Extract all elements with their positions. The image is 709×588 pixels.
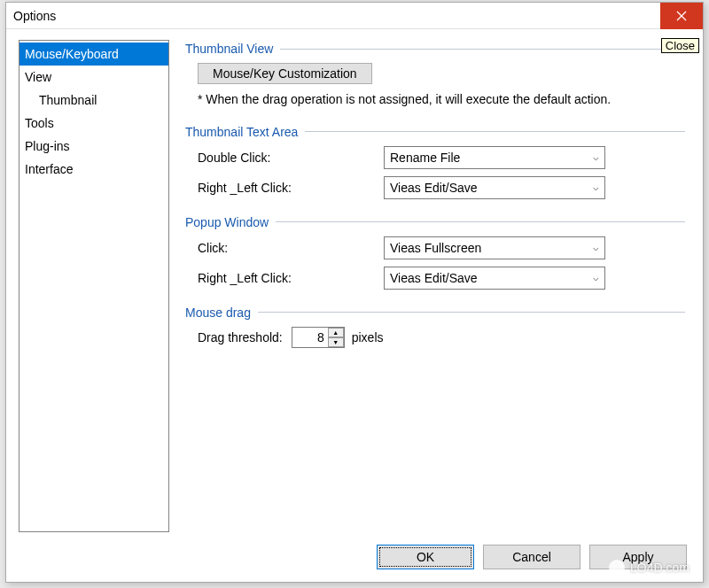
label-right-left-click: Right _Left Click: (198, 181, 384, 195)
spinner-up[interactable]: ▲ (328, 328, 344, 337)
section-header-mouse-drag: Mouse drag (185, 306, 685, 320)
label-drag-threshold: Drag threshold: (198, 330, 283, 344)
sidebar-item-view[interactable]: View (19, 66, 168, 89)
row-click: Click: Vieas Fullscreen ⌵ (198, 236, 685, 259)
drag-note: * When the drag operation is not assigne… (198, 91, 685, 109)
chevron-down-icon: ⌵ (593, 182, 599, 193)
close-tooltip: Close (661, 38, 699, 53)
cancel-button[interactable]: Cancel (483, 545, 580, 569)
spinner-buttons: ▲ ▼ (328, 328, 344, 347)
threshold-input[interactable] (292, 328, 328, 347)
section-mouse-drag: Mouse drag Drag threshold: ▲ ▼ pixels (185, 306, 685, 348)
combo-double-click[interactable]: Rename File ⌵ (384, 146, 605, 169)
combo-value: Rename File (390, 151, 460, 165)
content-panel: Thumbnail View Mouse/Key Customization *… (185, 40, 690, 536)
dialog-footer: OK Cancel Apply (6, 536, 703, 582)
spinner-down[interactable]: ▼ (328, 337, 344, 347)
close-button[interactable] (660, 3, 703, 29)
sidebar-item-mouse-keyboard[interactable]: Mouse/Keyboard (19, 43, 168, 66)
apply-button[interactable]: Apply (589, 545, 687, 569)
sidebar-item-thumbnail[interactable]: Thumbnail (19, 89, 168, 112)
section-thumbnail-view: Thumbnail View Mouse/Key Customization *… (185, 42, 685, 109)
chevron-down-icon: ⌵ (593, 242, 599, 253)
threshold-spinner: ▲ ▼ (292, 327, 345, 348)
titlebar: Options (6, 3, 703, 29)
section-thumbnail-text-area: Thumbnail Text Area Double Click: Rename… (185, 125, 685, 199)
combo-right-left-click-2[interactable]: Vieas Edit/Save ⌵ (384, 267, 605, 290)
combo-value: Vieas Edit/Save (390, 271, 478, 285)
section-title: Thumbnail View (185, 42, 273, 56)
divider (305, 131, 685, 132)
section-popup-window: Popup Window Click: Vieas Fullscreen ⌵ R… (185, 215, 685, 290)
threshold-suffix: pixels (352, 330, 384, 344)
label-click: Click: (198, 241, 384, 255)
section-title: Popup Window (185, 215, 269, 229)
label-right-left-click: Right _Left Click: (198, 271, 384, 285)
sidebar-item-tools[interactable]: Tools (19, 112, 168, 135)
chevron-down-icon: ⌵ (593, 151, 599, 163)
divider (258, 312, 685, 313)
options-dialog: Options Close Mouse/Keyboard View Thumbn… (5, 2, 704, 583)
mouse-key-customization-button[interactable]: Mouse/Key Customization (198, 63, 372, 84)
close-icon (676, 11, 687, 21)
combo-click[interactable]: Vieas Fullscreen ⌵ (384, 236, 605, 259)
divider (276, 221, 685, 222)
row-right-left-click-2: Right _Left Click: Vieas Edit/Save ⌵ (198, 267, 685, 290)
section-title: Thumbnail Text Area (185, 125, 298, 139)
ok-button[interactable]: OK (377, 545, 474, 569)
sidebar-item-plugins[interactable]: Plug-ins (19, 135, 168, 158)
row-double-click: Double Click: Rename File ⌵ (198, 146, 685, 169)
section-header-thumbnail-text-area: Thumbnail Text Area (185, 125, 685, 139)
section-title: Mouse drag (185, 306, 251, 320)
divider (280, 49, 685, 50)
sidebar: Mouse/Keyboard View Thumbnail Tools Plug… (19, 40, 169, 532)
row-right-left-click-1: Right _Left Click: Vieas Edit/Save ⌵ (198, 176, 685, 199)
sidebar-item-interface[interactable]: Interface (19, 158, 168, 181)
label-double-click: Double Click: (198, 151, 384, 165)
section-header-popup-window: Popup Window (185, 215, 685, 229)
dialog-body: Mouse/Keyboard View Thumbnail Tools Plug… (6, 29, 703, 536)
combo-value: Vieas Fullscreen (390, 241, 481, 255)
chevron-down-icon: ⌵ (593, 272, 599, 283)
section-header-thumbnail-view: Thumbnail View (185, 42, 685, 56)
window-title: Options (13, 9, 56, 23)
combo-value: Vieas Edit/Save (390, 181, 478, 195)
combo-right-left-click-1[interactable]: Vieas Edit/Save ⌵ (384, 176, 605, 199)
row-drag-threshold: Drag threshold: ▲ ▼ pixels (198, 327, 685, 348)
